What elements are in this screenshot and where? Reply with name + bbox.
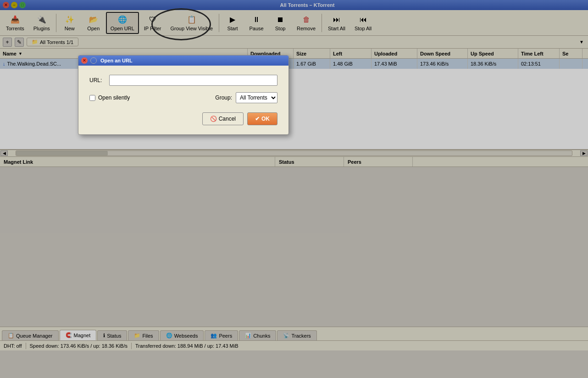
dialog-buttons: 🚫 Cancel ✔ OK	[89, 112, 277, 125]
url-row: URL:	[89, 75, 277, 86]
url-input[interactable]	[109, 75, 277, 86]
dialog-titlebar: ✕ Open an URL	[78, 56, 288, 66]
open-silently-row: Open silently	[89, 94, 130, 101]
open-silently-checkbox[interactable]	[89, 95, 95, 101]
dialog-minimize-button[interactable]	[90, 57, 97, 64]
url-label: URL:	[89, 77, 105, 83]
group-row: Group: All Torrents	[215, 92, 277, 103]
group-label: Group:	[215, 94, 232, 101]
ok-button[interactable]: ✔ OK	[247, 112, 277, 125]
dialog-title: Open an URL	[100, 58, 133, 63]
cancel-icon: 🚫	[210, 116, 217, 122]
open-silently-label: Open silently	[98, 94, 130, 101]
cancel-button[interactable]: 🚫 Cancel	[202, 112, 244, 125]
dialog-overlay: ✕ Open an URL URL: Open silently Group:	[0, 10, 588, 378]
dialog-close-button[interactable]: ✕	[81, 57, 88, 64]
group-select[interactable]: All Torrents	[236, 92, 277, 103]
open-url-dialog: ✕ Open an URL URL: Open silently Group:	[78, 55, 289, 135]
options-row: Open silently Group: All Torrents	[89, 92, 277, 103]
dialog-body: URL: Open silently Group: All Torrents	[78, 66, 288, 134]
ok-icon: ✔	[255, 116, 260, 122]
